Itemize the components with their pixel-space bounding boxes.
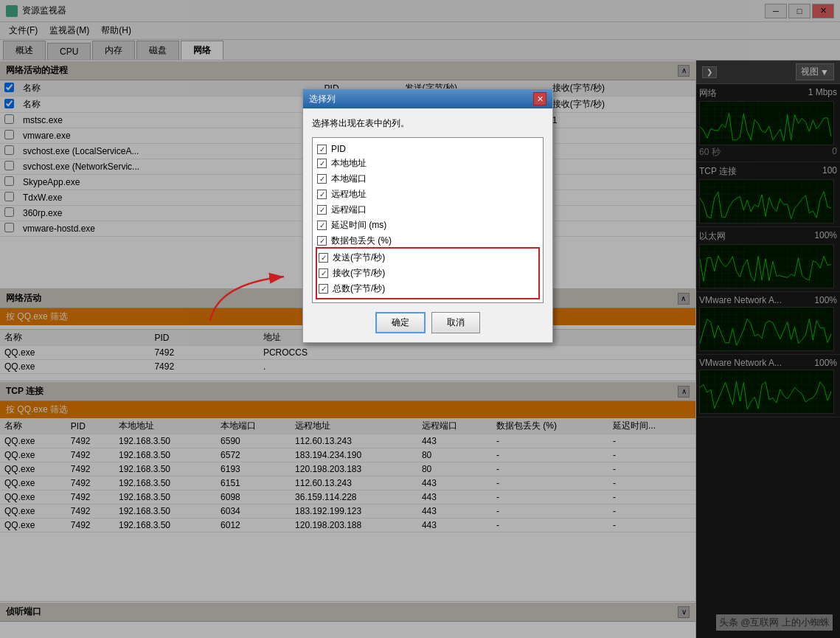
modal-item-label: 远程端口: [331, 204, 367, 216]
modal-item-label: 本地地址: [331, 157, 367, 170]
modal-item-checkbox[interactable]: [317, 205, 327, 215]
modal-item-label: 本地端口: [331, 173, 367, 185]
modal-item-label: PID: [331, 144, 346, 154]
modal-body: 选择将出现在表中的列。 PID 本地地址 本地端口 远程地址 远程端口 延迟时间…: [303, 108, 552, 342]
modal-item-checkbox[interactable]: [317, 236, 327, 246]
list-item[interactable]: 数据包丢失 (%): [317, 233, 538, 249]
modal-item-label: 接收(字节/秒): [333, 267, 385, 280]
modal-item-label: 总数(字节/秒): [333, 282, 385, 295]
modal-item-label: 发送(字节/秒): [333, 252, 385, 264]
modal-title-bar: 选择列 ✕: [303, 89, 552, 108]
list-item[interactable]: 远程端口: [317, 202, 538, 218]
modal-item-checkbox[interactable]: [317, 190, 327, 199]
modal-description: 选择将出现在表中的列。: [312, 117, 544, 130]
modal-items-container: PID 本地地址 本地端口 远程地址 远程端口 延迟时间 (ms) 数据包丢失 …: [317, 142, 538, 299]
modal-item-checkbox[interactable]: [317, 221, 327, 230]
list-item[interactable]: 远程地址: [317, 187, 538, 202]
modal-cancel-button[interactable]: 取消: [431, 312, 480, 333]
modal-item-checkbox[interactable]: [317, 159, 327, 168]
list-item[interactable]: 接收(字节/秒): [319, 266, 537, 281]
list-item[interactable]: 本地地址: [317, 156, 538, 171]
select-columns-modal: 选择列 ✕ 选择将出现在表中的列。 PID 本地地址 本地端口 远程地址 远程端…: [302, 89, 553, 343]
modal-overlay: 选择列 ✕ 选择将出现在表中的列。 PID 本地地址 本地端口 远程地址 远程端…: [0, 0, 840, 638]
modal-footer: 确定 取消: [312, 312, 544, 333]
modal-item-checkbox[interactable]: [319, 253, 328, 263]
modal-item-checkbox[interactable]: [317, 174, 327, 184]
list-item[interactable]: PID: [317, 142, 538, 156]
modal-close-button[interactable]: ✕: [533, 92, 546, 105]
modal-item-checkbox[interactable]: [319, 284, 328, 294]
modal-columns-list: PID 本地地址 本地端口 远程地址 远程端口 延迟时间 (ms) 数据包丢失 …: [312, 137, 544, 303]
list-item[interactable]: 总数(字节/秒): [319, 281, 537, 297]
modal-item-checkbox[interactable]: [319, 268, 328, 278]
list-item[interactable]: 本地端口: [317, 171, 538, 187]
modal-title: 选择列: [309, 93, 336, 105]
modal-item-label: 延迟时间 (ms): [331, 219, 386, 232]
modal-item-checkbox[interactable]: [317, 145, 327, 154]
modal-highlight-box: 发送(字节/秒) 接收(字节/秒) 总数(字节/秒): [316, 247, 540, 299]
modal-item-label: 数据包丢失 (%): [331, 235, 392, 247]
list-item[interactable]: 发送(字节/秒): [319, 250, 537, 266]
list-item[interactable]: 延迟时间 (ms): [317, 218, 538, 233]
modal-item-label: 远程地址: [331, 188, 367, 201]
modal-confirm-button[interactable]: 确定: [375, 312, 426, 333]
